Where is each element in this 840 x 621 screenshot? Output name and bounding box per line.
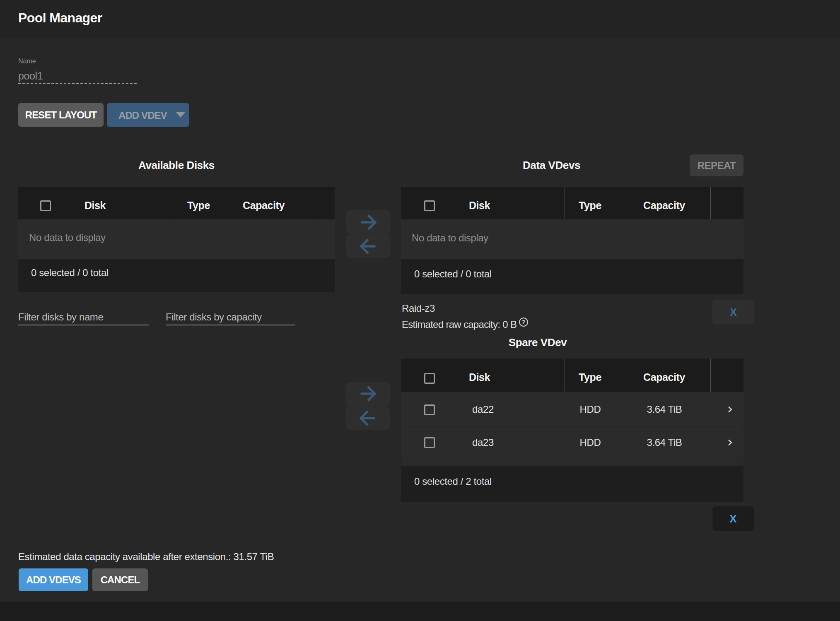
- svg-text:?: ?: [522, 319, 526, 325]
